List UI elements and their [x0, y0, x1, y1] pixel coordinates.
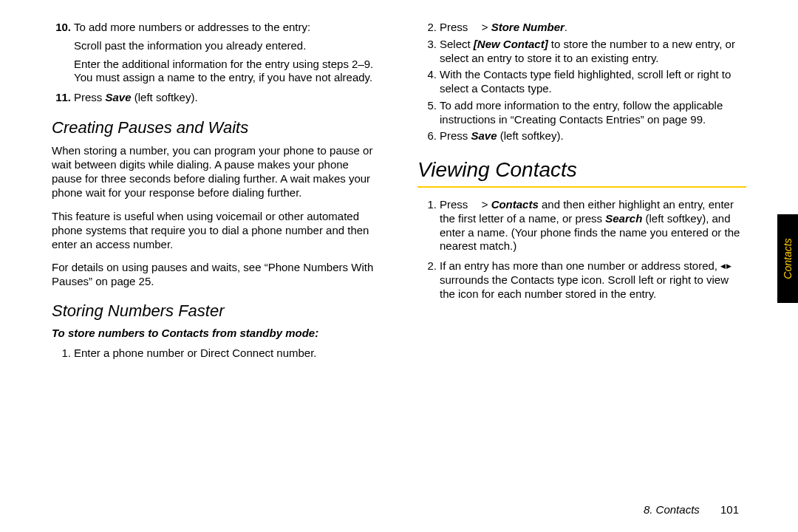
page-footer: 8. Contacts 101 [644, 503, 739, 516]
nav-key-icon [471, 202, 479, 209]
text: (left softkey). [497, 129, 564, 142]
step-number: 3. [417, 38, 440, 66]
manual-page: 10. To add more numbers or addresses to … [0, 0, 798, 364]
step-text: Press > Contacts and then either highlig… [440, 198, 746, 253]
step-number: 10. [52, 21, 74, 35]
step-text: If an entry has more than one number or … [440, 259, 746, 301]
text: Select [440, 38, 474, 50]
step-number: 1. [52, 347, 74, 361]
step-text: Press > Store Number. [440, 21, 567, 35]
step-number: 1. [417, 198, 440, 253]
pauses-para-1: When storing a number, you can program y… [52, 143, 381, 200]
step-number: 2. [417, 21, 440, 35]
right-column: 2. Press > Store Number. 3. Select [New … [417, 21, 746, 364]
text: surrounds the Contacts type icon. Scroll… [440, 273, 729, 300]
step-number: 4. [417, 68, 440, 96]
heading-storing-numbers: Storing Numbers Faster [52, 301, 381, 321]
section-tab-contacts: Contacts [777, 214, 798, 303]
pauses-para-2: This feature is useful when using voicem… [52, 209, 381, 252]
page-number: 101 [720, 503, 739, 516]
viewing-step-1: 1. Press > Contacts and then either high… [417, 198, 746, 253]
text: Press [440, 129, 471, 142]
step-number: 6. [417, 129, 440, 143]
menu-item: Contacts [491, 198, 539, 211]
left-right-arrows-icon: ◀ ▶ [720, 262, 731, 270]
step-10: 10. To add more numbers or addresses to … [52, 21, 381, 35]
step-text: Select [New Contact] to store the number… [440, 38, 746, 66]
storing-step-5: 5. To add more information to the entry,… [417, 99, 746, 127]
menu-item: [New Contact] [474, 38, 548, 50]
step-10-sub2: Enter the additional information for the… [74, 58, 381, 86]
step-text: Press Save (left softkey). [440, 129, 564, 143]
text: Press [440, 198, 471, 211]
storing-step-4: 4. With the Contacts type field highligh… [417, 68, 746, 96]
step-text: Enter a phone number or Direct Connect n… [74, 347, 317, 361]
chapter-label: 8. Contacts [644, 503, 700, 516]
text: Press [440, 21, 471, 33]
step-10-sub1: Scroll past the information you already … [74, 39, 381, 53]
step-11: 11. Press Save (left softkey). [52, 91, 381, 105]
softkey-name: Save [106, 91, 132, 103]
text: . [565, 21, 567, 33]
step-number: 11. [52, 91, 74, 105]
section-tab-label: Contacts [782, 238, 794, 279]
menu-item: Store Number [491, 21, 565, 33]
storing-step-6: 6. Press Save (left softkey). [417, 129, 746, 143]
left-column: 10. To add more numbers or addresses to … [52, 21, 381, 364]
text: > [479, 21, 491, 33]
storing-step-1: 1. Enter a phone number or Direct Connec… [52, 347, 381, 361]
text: (left softkey). [132, 91, 198, 103]
storing-task-line: To store numbers to Contacts from standb… [52, 327, 381, 339]
softkey-name: Save [471, 129, 497, 142]
storing-step-2: 2. Press > Store Number. [417, 21, 746, 35]
text: > [479, 198, 491, 211]
heading-pauses-waits: Creating Pauses and Waits [52, 118, 381, 137]
text: If an entry has more than one number or … [440, 259, 720, 272]
heading-viewing-contacts: Viewing Contacts [417, 158, 746, 182]
text: Press [74, 91, 106, 103]
step-text: Press Save (left softkey). [74, 91, 198, 105]
step-text: With the Contacts type field highlighted… [440, 68, 746, 96]
step-text: To add more information to the entry, fo… [440, 99, 746, 127]
step-number: 5. [417, 99, 440, 127]
softkey-name: Search [605, 212, 642, 225]
step-text: To add more numbers or addresses to the … [74, 21, 310, 35]
storing-step-3: 3. Select [New Contact] to store the num… [417, 38, 746, 66]
step-number: 2. [417, 259, 440, 301]
nav-key-icon [471, 24, 479, 32]
section-divider [417, 186, 746, 188]
pauses-para-3: For details on using pauses and waits, s… [52, 260, 381, 288]
viewing-step-2: 2. If an entry has more than one number … [417, 259, 746, 301]
